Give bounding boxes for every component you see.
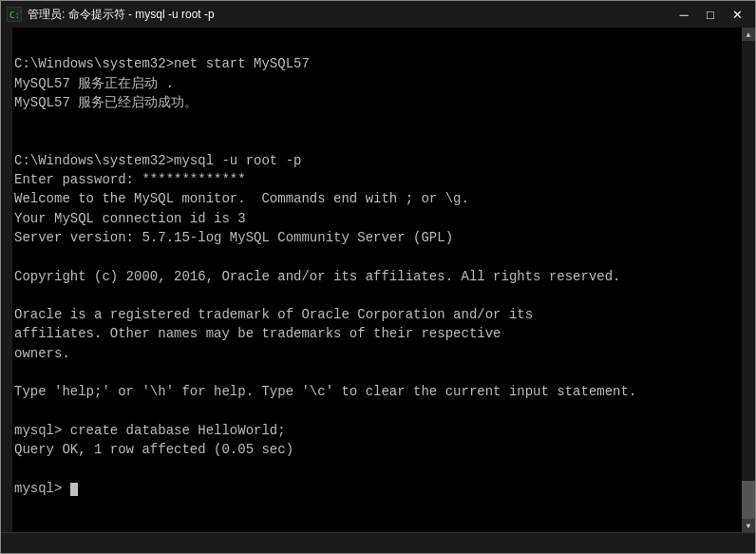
terminal-line: MySQL57 服务已经启动成功。 [14, 93, 738, 112]
terminal-line: Type 'help;' or '\h' for help. Type '\c'… [14, 382, 738, 401]
terminal-line [14, 35, 738, 54]
terminal-line: MySQL57 服务正在启动 . [14, 74, 738, 93]
terminal-line: Welcome to the MySQL monitor. Commands e… [14, 189, 738, 208]
left-sidebar [1, 28, 12, 532]
maximize-button[interactable]: □ [698, 5, 723, 24]
terminal-line: owners. [14, 344, 738, 363]
title-bar-left: C:\ 管理员: 命令提示符 - mysql -u root -p [7, 7, 215, 23]
terminal-line: Query OK, 1 row affected (0.05 sec) [14, 440, 738, 459]
terminal-wrapper: C:\Windows\system32>net start MySQL57MyS… [1, 28, 755, 532]
scrollbar-down-button[interactable]: ▼ [742, 519, 755, 532]
terminal-line [14, 460, 738, 479]
terminal-line: Enter password: ************* [14, 170, 738, 189]
terminal-line [14, 286, 738, 305]
terminal-line: mysql> [14, 479, 738, 498]
terminal-line [14, 402, 738, 421]
terminal-main[interactable]: C:\Windows\system32>net start MySQL57MyS… [1, 28, 742, 532]
terminal-icon: C:\ [7, 7, 22, 22]
terminal-line: Copyright (c) 2000, 2016, Oracle and/or … [14, 267, 738, 286]
close-button[interactable]: ✕ [725, 5, 749, 24]
scrollbar-thumb[interactable] [742, 481, 755, 519]
terminal-line: C:\Windows\system32>net start MySQL57 [14, 54, 738, 73]
svg-text:C:\: C:\ [9, 10, 21, 20]
terminal-line: Oracle is a registered trademark of Orac… [14, 305, 738, 324]
terminal-line: Your MySQL connection id is 3 [14, 209, 738, 228]
minimize-button[interactable]: ─ [671, 5, 696, 24]
cursor [70, 483, 78, 496]
scrollbar-up-button[interactable]: ▲ [742, 28, 755, 41]
status-bar [1, 532, 755, 553]
window-title: 管理员: 命令提示符 - mysql -u root -p [28, 7, 215, 23]
terminal-line: Server version: 5.7.15-log MySQL Communi… [14, 228, 738, 247]
window: C:\ 管理员: 命令提示符 - mysql -u root -p ─ □ ✕ … [0, 0, 756, 554]
title-bar: C:\ 管理员: 命令提示符 - mysql -u root -p ─ □ ✕ [1, 1, 755, 28]
title-bar-controls: ─ □ ✕ [671, 5, 749, 24]
terminal-line [14, 112, 738, 131]
terminal-line: affiliates. Other names may be trademark… [14, 324, 738, 343]
scrollbar: ▲ ▼ [742, 28, 755, 532]
terminal-line [14, 131, 738, 150]
terminal-line: mysql> create database HelloWorld; [14, 421, 738, 440]
terminal-line [14, 363, 738, 382]
terminal-content: C:\Windows\system32>net start MySQL57MyS… [14, 35, 738, 498]
terminal-line [14, 247, 738, 266]
scrollbar-track[interactable] [742, 41, 755, 519]
terminal-line: C:\Windows\system32>mysql -u root -p [14, 151, 738, 170]
